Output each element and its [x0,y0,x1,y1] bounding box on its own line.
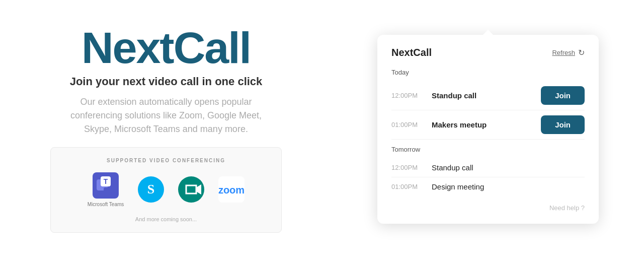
meet-icon [178,176,204,203]
event-name-today-1: Standup call [432,91,541,100]
skype-icon: S [138,176,164,203]
brand-title: NextCall [82,26,251,70]
logos-row: T Microsoft Teams S [88,172,245,207]
svg-text:zoom: zoom [218,184,245,196]
description: Our extension automatically opens popula… [55,95,277,136]
left-panel: NextCall Join your next video call in on… [0,0,332,258]
zoom-logo-item: zoom [218,176,245,203]
card-title: NextCall [391,47,432,58]
svg-rect-4 [104,187,112,194]
event-row-today-2: 01:00PM Makers meetup Join [391,110,585,140]
refresh-icon: ↻ [578,48,585,57]
coming-soon: And more coming soon... [135,216,197,222]
teams-label: Microsoft Teams [88,202,124,207]
event-time-today-2: 01:00PM [391,121,432,128]
event-time-tomorrow-2: 01:00PM [391,183,432,190]
event-name-tomorrow-1: Standup call [432,163,585,172]
popup-card: NextCall Refresh ↻ Today 12:00PM Standup… [377,35,599,224]
tomorrow-section: Tomorrow 12:00PM Standup call 01:00PM De… [391,146,585,196]
today-label: Today [391,69,585,76]
tagline: Join your next video call in one click [70,75,263,88]
event-name-today-2: Makers meetup [432,120,541,129]
skype-logo-item: S [138,176,164,203]
event-name-tomorrow-2: Design meeting [432,182,585,191]
refresh-button[interactable]: Refresh ↻ [552,48,585,57]
event-time-today-1: 12:00PM [391,92,432,99]
right-panel: NextCall Refresh ↻ Today 12:00PM Standup… [332,0,644,258]
svg-text:T: T [104,177,108,185]
refresh-label[interactable]: Refresh [552,49,575,56]
supported-box: Supported Video Conferencing T Microsoft… [50,147,282,233]
event-time-tomorrow-1: 12:00PM [391,164,432,171]
join-button-today-1[interactable]: Join [541,86,585,105]
event-row-tomorrow-1: 12:00PM Standup call [391,158,585,177]
zoom-icon: zoom [218,176,245,203]
need-help-link[interactable]: Need help ? [391,204,585,212]
join-button-today-2[interactable]: Join [541,115,585,134]
event-row-tomorrow-2: 01:00PM Design meeting [391,177,585,196]
teams-logo-item: T Microsoft Teams [88,172,124,207]
svg-text:S: S [147,182,154,197]
teams-icon: T [93,172,119,199]
tomorrow-label: Tomorrow [391,146,585,153]
meet-logo-item [178,176,204,203]
event-row-today-1: 12:00PM Standup call Join [391,81,585,110]
card-header: NextCall Refresh ↻ [391,47,585,58]
supported-label: Supported Video Conferencing [107,158,225,163]
